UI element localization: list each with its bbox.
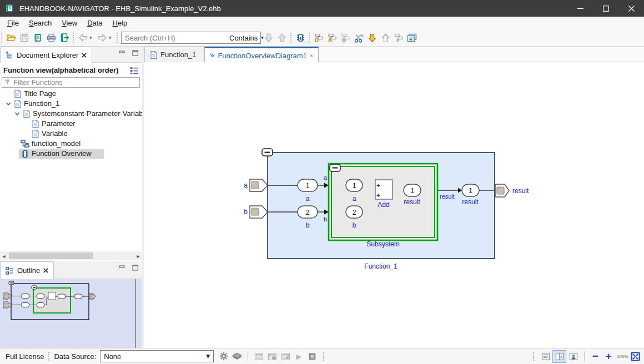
menu-file[interactable]: File <box>2 18 24 28</box>
add-block[interactable]: + + <box>375 180 393 199</box>
person-view-button[interactable] <box>566 350 580 363</box>
export-book-icon <box>60 33 69 42</box>
single-page-view-button[interactable] <box>539 350 552 363</box>
toolbar-separator <box>290 33 291 43</box>
cut-path-button[interactable] <box>352 31 365 44</box>
window-close-button[interactable] <box>618 0 644 17</box>
search-previous-button[interactable] <box>275 31 289 44</box>
filter-functions-input[interactable] <box>13 78 139 87</box>
minimize-panel-icon[interactable] <box>119 50 125 56</box>
open-handbook-button[interactable] <box>4 31 18 44</box>
diagram-canvas[interactable]: 1 2 1 2 + + <box>144 62 644 348</box>
outline-scrollbar[interactable] <box>135 279 136 348</box>
export-handbook-button[interactable] <box>58 31 71 44</box>
function-overview-button[interactable] <box>294 31 307 44</box>
window-maximize-button[interactable] <box>593 0 618 17</box>
minimize-panel-icon[interactable] <box>119 265 125 271</box>
close-icon[interactable] <box>82 53 87 58</box>
search-input[interactable] <box>122 33 223 43</box>
function-tree: Title Page Function_1 <box>0 89 142 251</box>
maximize-panel-icon[interactable] <box>132 50 139 56</box>
expand-all-button[interactable]: A <box>325 31 339 44</box>
close-icon[interactable] <box>310 53 313 58</box>
fit-to-view-button[interactable] <box>628 350 642 362</box>
measure-play-button[interactable]: ▶ <box>292 350 305 362</box>
expand-depth-button[interactable]: D <box>312 31 325 44</box>
external-input-port-b[interactable] <box>250 206 268 218</box>
subsystem-inport-1[interactable]: 1 <box>346 179 363 191</box>
save-button[interactable] <box>18 31 31 44</box>
explorer-tree-icon <box>6 51 13 59</box>
navigate-forward-button[interactable] <box>95 31 109 44</box>
window-minimize-button[interactable] <box>567 0 593 17</box>
tree-item-label: Parameter <box>42 119 76 128</box>
collapse-all-button[interactable] <box>392 31 405 44</box>
tab-function-1[interactable]: Function_1 <box>144 47 204 62</box>
svg-text:D: D <box>315 37 319 43</box>
search-next-button[interactable] <box>262 31 275 44</box>
tree-item-function-overview[interactable]: Function Overview <box>0 149 142 159</box>
zoom-in-button[interactable]: + <box>602 350 615 362</box>
tree-item-title-page[interactable]: Title Page <box>0 89 142 99</box>
maximize-panel-icon[interactable] <box>132 265 139 271</box>
tab-document-explorer[interactable]: Document Explorer <box>0 47 92 63</box>
menu-help[interactable]: Help <box>108 18 133 28</box>
tree-item-variable[interactable]: Variable <box>0 129 142 139</box>
tree-item-function-1[interactable]: Function_1 <box>0 99 142 109</box>
measure-config-button[interactable] <box>279 350 292 362</box>
move-down-button[interactable] <box>365 31 379 44</box>
inport-block-1[interactable]: 1 <box>298 179 318 191</box>
document-explorer-tabstrip: Document Explorer <box>0 47 142 63</box>
toolbar-separator <box>117 33 118 43</box>
scroll-right-icon[interactable]: ▸ <box>134 253 142 259</box>
tab-outline[interactable]: Outline <box>0 261 54 279</box>
measure-stop-square-button[interactable] <box>305 350 319 362</box>
window-title: EHANDBOOK-NAVIGATOR - EHB_Simulink_Examp… <box>19 4 221 13</box>
subsystem-outport-result[interactable]: 1 <box>404 184 421 196</box>
split-view-button[interactable] <box>552 350 566 363</box>
measure-stop-button[interactable] <box>265 350 279 362</box>
tree-horizontal-scrollbar[interactable]: ◂ ▸ <box>0 251 142 260</box>
outline-thumbnail[interactable] <box>0 279 142 348</box>
view-menu-icon[interactable] <box>130 67 139 74</box>
carousel-view-button[interactable] <box>405 31 419 44</box>
svg-text:1: 1 <box>469 186 472 195</box>
collapse-badge-subsystem[interactable] <box>330 164 340 171</box>
zoom-out-icon: − <box>589 350 601 362</box>
move-up-button[interactable] <box>379 31 392 44</box>
close-icon[interactable] <box>43 268 48 273</box>
menu-view[interactable]: View <box>57 18 82 28</box>
chevron-expanded-icon[interactable] <box>14 110 21 117</box>
collapse-badge-function-1[interactable] <box>262 149 273 156</box>
tree-expand-all-icon: A <box>327 33 337 43</box>
forward-history-caret[interactable]: ▾ <box>109 35 115 41</box>
collapse-button[interactable] <box>339 31 352 44</box>
zoom-100-button[interactable]: 100% <box>615 350 628 362</box>
scroll-left-icon[interactable]: ◂ <box>0 253 8 259</box>
chevron-expanded-icon[interactable] <box>5 100 12 107</box>
back-history-caret[interactable]: ▾ <box>89 35 95 41</box>
tree-item-label: Variable <box>42 129 68 138</box>
menu-search[interactable]: Search <box>24 18 57 28</box>
handbook-manager-button[interactable] <box>31 31 44 44</box>
ecu-chip-button[interactable] <box>230 350 244 362</box>
zoom-out-button[interactable]: − <box>588 350 602 362</box>
external-input-port-a[interactable] <box>250 179 268 191</box>
tree-item-systemconstant[interactable]: Systemconstant-Parameter-Variable-C <box>0 109 142 119</box>
tab-function-overview-diagram1[interactable]: FunctionOverviewDiagram1 <box>204 47 319 63</box>
filter-functions-box <box>2 77 140 88</box>
data-source-settings-button[interactable] <box>217 350 230 362</box>
menu-data[interactable]: Data <box>82 18 107 28</box>
tree-item-parameter[interactable]: Parameter <box>0 119 142 129</box>
data-source-select[interactable]: None ▼ <box>100 350 214 362</box>
external-output-port-result[interactable] <box>495 184 509 197</box>
subsystem-inport-2[interactable]: 2 <box>346 206 363 218</box>
search-mode-dropdown[interactable]: Contains ▾ <box>225 34 267 42</box>
print-button[interactable] <box>44 31 58 44</box>
outport-block-result[interactable]: 1 <box>462 184 479 196</box>
scrollbar-thumb[interactable] <box>9 252 93 259</box>
inport-block-2[interactable]: 2 <box>298 206 318 218</box>
tree-item-function-model[interactable]: function_model <box>0 139 142 149</box>
measure-button[interactable] <box>252 350 265 362</box>
navigate-back-button[interactable] <box>76 31 89 44</box>
